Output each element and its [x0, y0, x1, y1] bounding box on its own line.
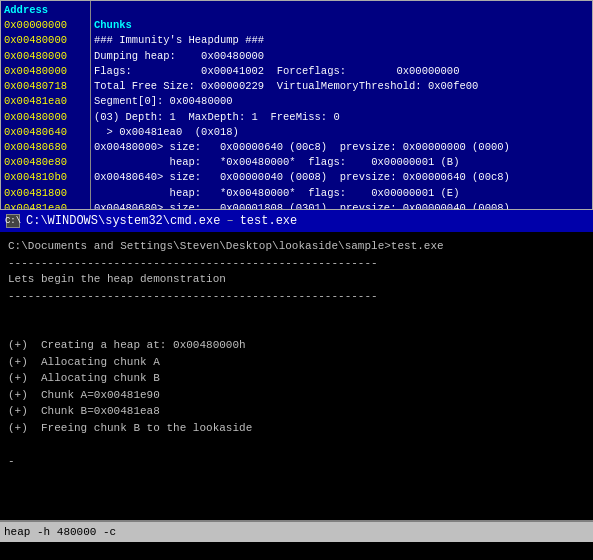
address-line: 0x00480000	[4, 110, 87, 125]
cmd-line-13: -	[8, 455, 15, 467]
chunk-line: Total Free Size: 0x00000229 VirtualMemor…	[94, 80, 478, 92]
address-line: 0x00480000	[4, 64, 87, 79]
chunk-line: heap: *0x00480000* flags: 0x00000001 (E)	[94, 187, 459, 199]
address-line: 0x00480e80	[4, 155, 87, 170]
cmd-line-3: ----------------------------------------…	[8, 290, 378, 302]
cmd-line-9: (+) Chunk A=0x00481e90	[8, 389, 160, 401]
cmd-exe-name: test.exe	[240, 214, 298, 228]
cmd-line-0: C:\Documents and Settings\Steven\Desktop…	[8, 240, 444, 252]
cmd-line-6: (+) Creating a heap at: 0x00480000h	[8, 339, 246, 351]
bottom-command: heap -h 480000 -c	[4, 526, 116, 538]
chunk-line: > 0x00481ea0 (0x018)	[94, 126, 239, 138]
cmd-line-10: (+) Chunk B=0x00481ea8	[8, 405, 160, 417]
address-col-header: Address	[4, 3, 87, 18]
chunk-line: 0x00480640> size: 0x00000040 (0008) prev…	[94, 171, 510, 183]
cmd-output: C:\Documents and Settings\Steven\Desktop…	[0, 232, 593, 520]
cmd-line-8: (+) Allocating chunk B	[8, 372, 160, 384]
address-line: 0x00480680	[4, 140, 87, 155]
chunk-line: Dumping heap: 0x00480000	[94, 50, 264, 62]
cmd-titlebar-path: C:\WINDOWS\system32\cmd.exe	[26, 214, 220, 228]
chunk-line: 0x00480680> size: 0x00001808 (0301) prev…	[94, 202, 510, 209]
cmd-icon: C:\	[6, 214, 20, 228]
address-line: 0x00481ea0	[4, 201, 87, 209]
heap-dump-panel: Address 0x00000000 0x00480000 0x00480000…	[0, 0, 593, 210]
address-line: 0x00480000	[4, 49, 87, 64]
address-line: 0x00480718	[4, 79, 87, 94]
chunks-column: Chunks ### Immunity's Heapdump ### Dumpi…	[91, 1, 592, 209]
address-line: 0x004810b0	[4, 170, 87, 185]
cmd-window: C:\ C:\WINDOWS\system32\cmd.exe – test.e…	[0, 210, 593, 520]
chunks-col-header: Chunks	[94, 19, 132, 31]
chunk-line: Segment[0]: 0x00480000	[94, 95, 233, 107]
bottom-bar: heap -h 480000 -c	[0, 520, 593, 542]
address-column: Address 0x00000000 0x00480000 0x00480000…	[1, 1, 91, 209]
address-line: 0x00480640	[4, 125, 87, 140]
address-line: 0x00000000	[4, 18, 87, 33]
cmd-line-11: (+) Freeing chunk B to the lookaside	[8, 422, 252, 434]
cmd-line-7: (+) Allocating chunk A	[8, 356, 160, 368]
cmd-line-1: ----------------------------------------…	[8, 257, 378, 269]
cmd-titlebar: C:\ C:\WINDOWS\system32\cmd.exe – test.e…	[0, 210, 593, 232]
cmd-line-2: Lets begin the heap demonstration	[8, 273, 226, 285]
chunk-line: heap: *0x00480000* flags: 0x00000001 (B)	[94, 156, 459, 168]
address-line: 0x00480000	[4, 33, 87, 48]
cmd-separator: –	[226, 214, 233, 228]
chunk-line: ### Immunity's Heapdump ###	[94, 34, 264, 46]
chunk-line: Flags: 0x00041002 Forceflags: 0x00000000	[94, 65, 459, 77]
address-line: 0x00481800	[4, 186, 87, 201]
chunk-line: 0x00480000> size: 0x00000640 (00c8) prev…	[94, 141, 510, 153]
address-line: 0x00481ea0	[4, 94, 87, 109]
chunk-line: (03) Depth: 1 MaxDepth: 1 FreeMiss: 0	[94, 111, 340, 123]
